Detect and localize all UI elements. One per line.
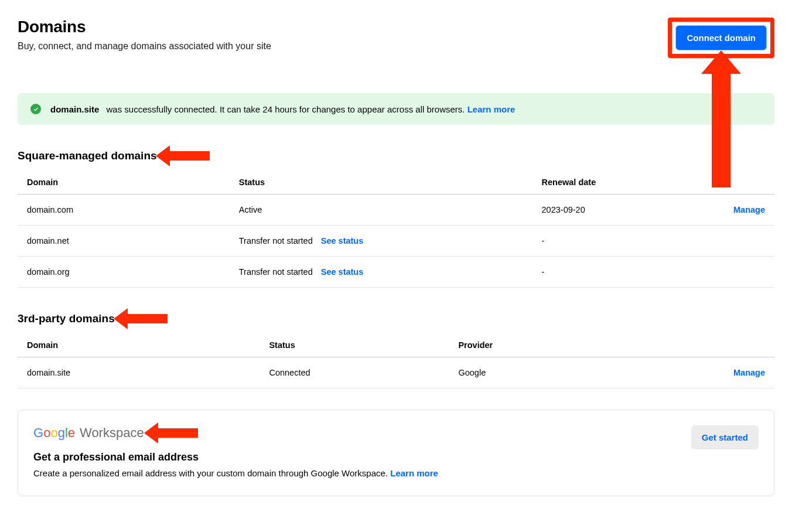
annotation-arrow-left-icon — [127, 314, 168, 323]
workspace-heading: Get a professional email address — [33, 451, 680, 463]
square-domains-table: Domain Status Renewal date domain.com Ac… — [18, 169, 774, 288]
alert-message: was successfully connected. It can take … — [107, 104, 465, 114]
cell-domain: domain.org — [18, 257, 230, 288]
square-managed-heading: Square-managed domains — [18, 149, 157, 162]
workspace-body: Create a personalized email address with… — [33, 468, 388, 478]
cell-provider: Google — [449, 357, 698, 388]
manage-link[interactable]: Manage — [733, 205, 765, 214]
see-status-link[interactable]: See status — [321, 267, 364, 277]
alert-domain: domain.site — [50, 104, 99, 114]
workspace-learn-more-link[interactable]: Learn more — [390, 468, 438, 478]
cell-status: Transfer not started — [239, 236, 313, 245]
annotation-arrow-left-icon — [157, 428, 198, 438]
see-status-link[interactable]: See status — [321, 236, 364, 245]
cell-domain: domain.net — [18, 226, 230, 257]
table-row: domain.net Transfer not started See stat… — [18, 226, 774, 257]
cell-renewal: 2023-09-20 — [532, 195, 699, 226]
cell-status: Transfer not started — [239, 267, 313, 277]
connect-domain-button[interactable]: Connect domain — [675, 25, 767, 50]
google-workspace-logo: Google Workspace — [33, 425, 144, 441]
cell-domain: domain.site — [18, 357, 260, 388]
page-subtitle: Buy, connect, and manage domains associa… — [18, 41, 271, 52]
cell-renewal: - — [532, 257, 699, 288]
cell-domain: domain.com — [18, 195, 230, 226]
col-status: Status — [230, 169, 532, 195]
col-domain: Domain — [18, 169, 230, 195]
third-party-heading: 3rd-party domains — [18, 312, 115, 325]
col-provider: Provider — [449, 332, 698, 357]
table-row: domain.site Connected Google Manage — [18, 357, 774, 388]
third-party-domains-table: Domain Status Provider domain.site Conne… — [18, 332, 774, 388]
google-workspace-card: Google Workspace Get a professional emai… — [18, 410, 774, 496]
manage-link[interactable]: Manage — [733, 368, 765, 377]
get-started-button[interactable]: Get started — [691, 425, 759, 449]
table-row: domain.org Transfer not started See stat… — [18, 257, 774, 288]
cell-renewal: - — [532, 226, 699, 257]
cell-status: Active — [239, 205, 262, 214]
col-renewal: Renewal date — [532, 169, 699, 195]
annotation-arrow-left-icon — [169, 151, 210, 161]
table-row: domain.com Active 2023-09-20 Manage — [18, 195, 774, 226]
col-status: Status — [260, 332, 449, 357]
check-circle-icon — [30, 104, 41, 114]
cell-status: Connected — [260, 357, 449, 388]
annotation-arrow-up-icon — [712, 70, 730, 187]
alert-learn-more-link[interactable]: Learn more — [467, 104, 516, 114]
success-alert: domain.site was successfully connected. … — [18, 93, 774, 125]
page-title: Domains — [18, 18, 271, 36]
col-domain: Domain — [18, 332, 260, 357]
